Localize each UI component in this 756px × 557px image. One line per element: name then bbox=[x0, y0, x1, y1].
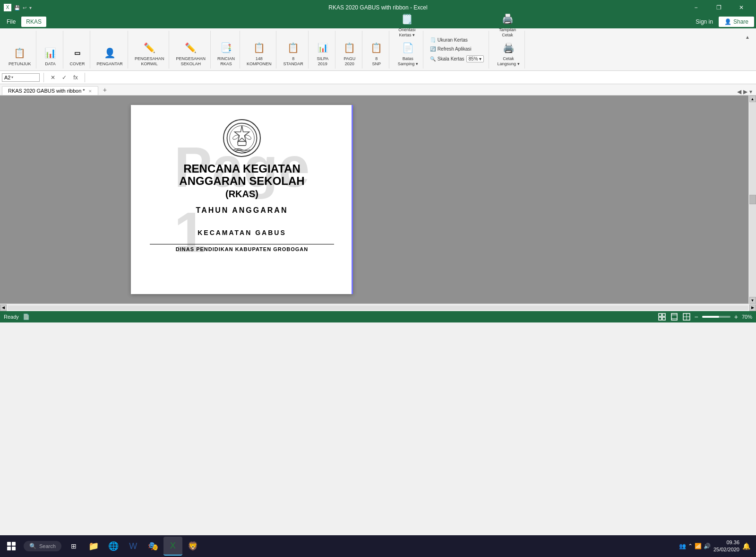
scroll-down-button[interactable]: ▼ bbox=[749, 297, 756, 304]
restore-button[interactable]: ❐ bbox=[708, 0, 730, 15]
document-dinas: DINAS PENDIDIKAN KABUPATEN GROBOGAN bbox=[150, 244, 334, 252]
share-button[interactable]: 👤 Share bbox=[719, 17, 754, 27]
ukuran-kertas-icon: 🗒️ bbox=[430, 37, 436, 43]
normal-view-button[interactable] bbox=[658, 313, 666, 321]
pengesahan-sekolah-button[interactable]: ✏️ PENGESAHANSEKOLAH bbox=[174, 39, 207, 68]
formula-cancel-button[interactable]: ✕ bbox=[48, 72, 58, 83]
network-icon[interactable]: 📶 bbox=[695, 543, 702, 549]
volume-icon[interactable]: 🔊 bbox=[704, 543, 711, 549]
chevron-up-icon[interactable]: ⌃ bbox=[688, 543, 693, 549]
skala-kertas-button[interactable]: 🔍 Skala Kertas 85% ▾ bbox=[428, 54, 486, 63]
silpa-2019-button[interactable]: 📊 SILPA2019 bbox=[313, 39, 332, 68]
scale-select[interactable]: 85% ▾ bbox=[466, 55, 484, 62]
cell-ref-dropdown-icon[interactable]: ▾ bbox=[11, 75, 13, 79]
taskbar-excel[interactable]: X bbox=[163, 537, 182, 556]
formula-input[interactable] bbox=[89, 73, 754, 82]
menu-rkas[interactable]: RKAS bbox=[21, 17, 46, 27]
document-area: Page 1 RENCANA KEGI bbox=[0, 96, 484, 304]
data-button[interactable]: 📊 DATA bbox=[41, 44, 60, 68]
formula-function-button[interactable]: fx bbox=[70, 72, 81, 83]
taskbar-word[interactable]: W bbox=[124, 537, 143, 556]
horizontal-scrollbar[interactable]: ◀ ▶ bbox=[0, 304, 756, 311]
standar-8-button[interactable]: 📋 8STANDAR bbox=[281, 39, 305, 68]
ribbon-group-pagu: 📋 PAGU2020 bbox=[337, 31, 362, 69]
cell-reference[interactable]: A2 ▾ bbox=[2, 73, 40, 82]
scroll-thumb[interactable] bbox=[749, 195, 756, 204]
zoom-minus-button[interactable]: − bbox=[695, 313, 698, 321]
task-view-button[interactable]: ⊞ bbox=[64, 537, 83, 556]
sheet-tab-close-icon[interactable]: ✕ bbox=[88, 89, 92, 94]
ribbon-collapse-button[interactable]: ▲ bbox=[743, 32, 752, 42]
zoom-plus-button[interactable]: + bbox=[734, 313, 738, 321]
notification-button[interactable]: 🔔 bbox=[742, 542, 750, 550]
scroll-right-button[interactable]: ▶ bbox=[749, 305, 756, 311]
document-tahun-label: TAHUN ANGGARAN bbox=[196, 206, 288, 215]
sheet-tab-add-button[interactable]: + bbox=[99, 85, 111, 95]
people-icon[interactable]: 👥 bbox=[679, 543, 686, 549]
vertical-scrollbar[interactable]: ▲ ▼ bbox=[748, 96, 756, 304]
komponen-148-button[interactable]: 📋 148KOMPONEN bbox=[245, 39, 274, 68]
status-page-icon[interactable]: 📄 bbox=[23, 313, 30, 320]
menu-file[interactable]: File bbox=[2, 17, 20, 27]
taskbar-chrome[interactable]: 🌐 bbox=[104, 537, 123, 556]
snp-8-button[interactable]: 📋 8SNP bbox=[367, 39, 386, 68]
komponen-148-label: 148KOMPONEN bbox=[247, 56, 272, 67]
ukuran-kertas-button[interactable]: 🗒️ Ukuran Kertas bbox=[428, 36, 470, 44]
sheet-tab-dropdown-icon[interactable]: ▾ bbox=[749, 88, 752, 95]
windows-logo bbox=[7, 542, 16, 550]
taskbar-clock[interactable]: 09.36 25/02/2020 bbox=[713, 539, 739, 554]
cover-button[interactable]: ▭ COVER bbox=[68, 44, 87, 68]
svg-rect-8 bbox=[659, 317, 662, 320]
browser2-icon: 🦁 bbox=[188, 541, 198, 551]
close-button[interactable]: ✕ bbox=[730, 0, 752, 15]
zoom-percent[interactable]: 70% bbox=[742, 314, 752, 320]
ribbon: 📋 PETUNJUK 📊 DATA ▭ COVER 👤 PENGANTAR ✏️… bbox=[0, 28, 756, 71]
emblem-svg bbox=[225, 122, 258, 155]
page-layout-button[interactable] bbox=[670, 313, 679, 321]
refresh-aplikasi-button[interactable]: 🔄 Refresh Aplikasi bbox=[428, 45, 473, 52]
taskbar-file-explorer[interactable]: 📁 bbox=[84, 537, 103, 556]
cetak-langsung-button[interactable]: 🖨️ CetakLangsung ▾ bbox=[496, 39, 522, 68]
sheet-tab-scroll-left[interactable]: ◀ bbox=[737, 88, 741, 95]
ribbon-group-rincian-rkas: 📑 RINCIANRKAS bbox=[213, 31, 240, 69]
orientasi-kertas-button[interactable]: 🗒️ OrientasiKertas ▾ bbox=[396, 10, 417, 39]
page-break-preview-button[interactable] bbox=[682, 313, 691, 321]
ribbon-group-silpa: 📊 SILPA2019 bbox=[310, 31, 335, 69]
start-button[interactable] bbox=[2, 537, 21, 556]
formula-confirm-button[interactable]: ✓ bbox=[59, 72, 69, 83]
sheet-tab-scroll-right[interactable]: ▶ bbox=[743, 88, 747, 95]
title-bar-left: X 💾 ↩ ▾ bbox=[4, 4, 32, 11]
pengesahan-korwil-button[interactable]: ✏️ PENGESAHANKORWIL bbox=[133, 39, 166, 68]
batas-samping-button[interactable]: 📄 BatasSamping ▾ bbox=[396, 39, 420, 68]
signin-button[interactable]: Sign in bbox=[696, 18, 713, 25]
title-bar: X 💾 ↩ ▾ RKAS 2020 GABUS with ribbon - Ex… bbox=[0, 0, 756, 15]
tampilan-cetak-button[interactable]: 🖨️ TampilanCetak bbox=[497, 10, 518, 39]
sheet-tab-rkas[interactable]: RKAS 2020 GABUS with ribbon * ✕ bbox=[2, 86, 98, 95]
ribbon-group-snp: 📋 8SNP bbox=[364, 31, 389, 69]
rincian-rkas-button[interactable]: 📑 RINCIANRKAS bbox=[215, 39, 237, 68]
refresh-icon: 🔄 bbox=[430, 46, 436, 52]
quick-access-save[interactable]: 💾 bbox=[14, 5, 20, 10]
rincian-rkas-label: RINCIANRKAS bbox=[217, 56, 235, 67]
formula-bar: A2 ▾ ✕ ✓ fx bbox=[0, 71, 756, 84]
scroll-left-button[interactable]: ◀ bbox=[0, 305, 7, 311]
ribbon-group-cover: ▭ COVER bbox=[65, 31, 90, 69]
svg-rect-6 bbox=[659, 313, 662, 316]
taskbar-app4[interactable]: 🎭 bbox=[144, 537, 163, 556]
taskbar-search[interactable]: 🔍 Search bbox=[24, 541, 61, 551]
batas-samping-icon: 📄 bbox=[400, 40, 415, 55]
quick-access-dropdown[interactable]: ▾ bbox=[29, 5, 32, 10]
quick-access-undo[interactable]: ↩ bbox=[23, 5, 26, 10]
petunjuk-button[interactable]: 📋 PETUNJUK bbox=[7, 44, 33, 68]
pengantar-button[interactable]: 👤 PENGANTAR bbox=[95, 44, 125, 68]
scroll-up-button[interactable]: ▲ bbox=[749, 96, 756, 102]
pagu-2020-button[interactable]: 📋 PAGU2020 bbox=[340, 39, 359, 68]
ribbon-group-8-standar: 📋 8STANDAR bbox=[278, 31, 308, 69]
right-grey-area bbox=[484, 96, 748, 304]
taskbar: 🔍 Search ⊞ 📁 🌐 W 🎭 X 🦁 👥 ⌃ 📶 🔊 09.36 25/… bbox=[0, 535, 756, 557]
cover-icon: ▭ bbox=[70, 45, 85, 61]
taskbar-browser2[interactable]: 🦁 bbox=[183, 537, 202, 556]
zoom-slider[interactable] bbox=[702, 316, 730, 318]
minimize-button[interactable]: − bbox=[685, 0, 707, 15]
document-kecamatan: KECAMATAN GABUS bbox=[198, 229, 286, 236]
